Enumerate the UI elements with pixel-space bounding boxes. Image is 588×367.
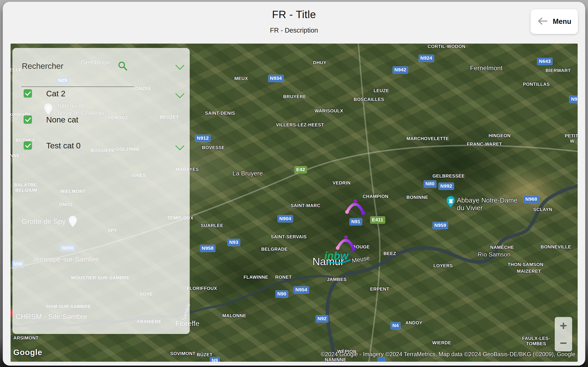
custom-marker-1-icon (344, 199, 366, 217)
map-village-label: BONINNE (406, 195, 428, 200)
map-village-label: GELBRESSÉE (432, 173, 465, 179)
map-village-label: MAIZERET (517, 269, 541, 274)
road-badge-n91: N91 (349, 218, 362, 225)
search-row (12, 57, 190, 78)
map-village-label: SAINT-SERVAIS (271, 234, 307, 240)
menu-label: Menu (553, 17, 571, 26)
map-village-label: BÛZET (197, 352, 213, 357)
road-badge-e42: E42 (294, 166, 307, 173)
search-chevron-down-icon[interactable] (175, 61, 184, 70)
map-village-label: FAULX-LES-TOMBES (515, 336, 557, 346)
map-attribution: ©2024 Google - Imagery ©2024 TerraMetric… (321, 351, 575, 358)
category-label: Test cat 0 (46, 141, 81, 150)
road-badge-n643: N643 (537, 58, 553, 65)
page-title: FR - Title (3, 8, 585, 21)
app-window: FR - Title FR - Description Menu N29N924… (3, 2, 585, 366)
map-village-label: FRANC-WARET (467, 142, 502, 147)
map-village-label: BELGRADE (261, 247, 288, 252)
road-badge-n912: N912 (195, 135, 211, 142)
map-village-label: MALONNE (222, 313, 246, 318)
google-logo[interactable]: Google (13, 348, 43, 357)
abbaye-vivier-pin-icon (446, 196, 455, 209)
map-village-label: NAMÊCHE (490, 245, 514, 250)
map-village-label: ANDOY (405, 320, 422, 325)
zoom-in-button[interactable]: + (555, 317, 572, 334)
map-village-label: BIERWART (545, 68, 571, 73)
category-chevron-down-icon[interactable] (175, 89, 184, 98)
category-label: None cat (46, 115, 78, 124)
filter-panel: Cat 2None catTest cat 0 (12, 48, 190, 334)
road-badge-n92: N92 (569, 96, 578, 103)
map-poi-label: Río Samson (477, 251, 510, 258)
road-badge-n924: N924 (418, 55, 434, 62)
road-badge (378, 357, 385, 362)
road-badge-n968: N968 (523, 196, 539, 203)
map-village-label: THON-SAMSON (508, 262, 544, 267)
map-village-label: SAINT-DENIS (205, 110, 235, 116)
zoom-control: + − (555, 317, 572, 351)
map-village-label: VEDRIN (333, 180, 351, 186)
menu-button[interactable]: Menu (531, 9, 578, 34)
map-village-label: FLAWINNE (243, 275, 268, 280)
map-town-label: La Bruyere (233, 170, 263, 177)
road-badge-n934: N934 (268, 75, 284, 82)
road-badge-n90: N90 (275, 290, 288, 298)
map-village-label: DHUY (313, 60, 326, 65)
map-village-label: SCLAYN (533, 207, 552, 212)
back-arrow-icon (537, 17, 548, 26)
map-village-label: ERPENT (370, 286, 389, 292)
road-badge-n9: N9 (210, 357, 220, 362)
road-badge-n93: N93 (227, 239, 240, 246)
inbw-logo-marker: inbw (322, 249, 357, 267)
category-row-cat-2: Cat 2 (12, 89, 190, 100)
category-checkbox[interactable] (24, 89, 32, 98)
road-badge-e411: E411 (370, 216, 385, 224)
road-badge-n992: N992 (439, 183, 454, 190)
road-badge-n959: N959 (432, 222, 448, 229)
category-row-test-cat-0: Test cat 0 (12, 141, 190, 152)
map-village-label: CORTIL-WODON (428, 44, 466, 49)
road-badge-n80: N80 (424, 180, 436, 188)
map-village-label: SUARLÉE (201, 223, 223, 228)
svg-text:inbw: inbw (324, 250, 349, 262)
map-village-label: CHAMPION (363, 194, 389, 199)
map-village-label: BONNEVILLE (541, 244, 571, 250)
category-checkbox[interactable] (24, 141, 32, 150)
map-village-label: SOVIMONT (170, 351, 195, 356)
map-village-label: BOSCAILLES (354, 97, 384, 102)
map-village-label: RONET (275, 275, 292, 280)
map-village-label: PETIT-W (565, 133, 578, 144)
category-checkbox[interactable] (24, 115, 32, 124)
map-village-label: SAINT-MARC (291, 203, 320, 208)
map-village-label: BEEZ (384, 251, 396, 256)
map-village-label: LEUZE (373, 88, 389, 93)
map-village-label: WARISOULX (315, 108, 343, 114)
map-village-label: MEUX (234, 76, 248, 81)
map-village-label: NANINNE (325, 357, 346, 362)
category-chevron-down-icon[interactable] (175, 141, 184, 150)
search-underline (21, 86, 134, 87)
search-input[interactable] (21, 61, 130, 71)
map-village-label: VILLERS-LEZ-HEEST (276, 122, 324, 127)
road-badge-n904: N904 (277, 215, 293, 223)
map-poi-label: Abbaye Notre-Dame du Vivier (457, 197, 518, 212)
road-badge-n958: N958 (200, 245, 216, 252)
map-village-label: LOYERS (433, 263, 453, 268)
category-label: Cat 2 (46, 89, 65, 98)
map-town-label: Fernelmont (470, 65, 502, 72)
map-village-label: MARCHOVELETTE (406, 136, 449, 141)
map-village-label: WIERDE (432, 340, 451, 345)
map-village-label: HINGEON (489, 133, 510, 138)
road-badge-n92: N92 (316, 315, 329, 323)
map-village-label: ARSIMONT (13, 335, 39, 341)
map-village-label: BOVESSE (202, 145, 225, 150)
category-row-none-cat: None cat (12, 115, 190, 126)
map-village-label: JAMBES (327, 277, 346, 282)
road-badge-n942: N942 (393, 66, 408, 74)
map-village-label: PONTILLAS (523, 82, 550, 87)
road-badge-n4: N4 (390, 322, 401, 329)
map-village-label: FLORIFFOUX (187, 286, 217, 291)
search-icon[interactable] (118, 61, 128, 72)
zoom-out-button[interactable]: − (555, 334, 572, 351)
page-description: FR - Description (3, 27, 585, 34)
